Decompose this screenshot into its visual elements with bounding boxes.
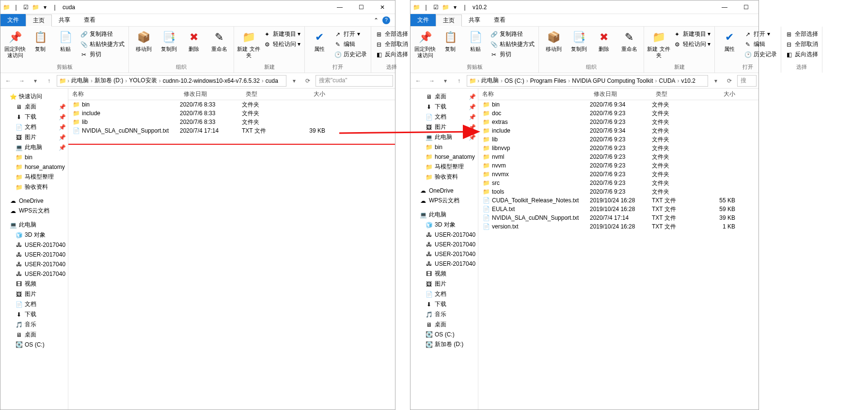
breadcrumb-item[interactable]: 此电脑 <box>70 76 90 85</box>
tree-item[interactable]: 📁马模型整理 <box>0 172 68 182</box>
file-row[interactable]: 📁nvml2020/7/6 9:23文件夹 <box>478 152 758 161</box>
nav-recent-button[interactable]: ▾ <box>440 75 451 87</box>
copy-path-button[interactable]: 🔗复制路径 <box>79 30 126 39</box>
cut-button[interactable]: ✂剪切 <box>79 50 126 59</box>
edit-button[interactable]: ✎编辑 <box>743 40 778 49</box>
pin-quickaccess-button[interactable]: 📌固定到快 速访问 <box>413 28 437 59</box>
copy-button[interactable]: 📋复制 <box>439 28 462 52</box>
col-date[interactable]: 修改日期 <box>180 90 242 98</box>
tab-view[interactable]: 查看 <box>487 14 512 26</box>
tree-item[interactable]: 🖥桌面 <box>410 319 478 330</box>
easy-access-button[interactable]: ⚙轻松访问 ▾ <box>262 40 301 49</box>
file-row[interactable]: 📄CUDA_Toolkit_Release_Notes.txt2019/10/2… <box>478 196 758 205</box>
delete-button[interactable]: ✖删除 <box>592 28 615 52</box>
column-headers[interactable]: 名称 修改日期 类型 大小 <box>478 89 758 100</box>
rename-button[interactable]: ✎重命名 <box>207 28 231 52</box>
tree-item[interactable]: 📁验收资料 <box>410 172 478 182</box>
qat-properties-icon[interactable]: ☑ <box>432 3 440 11</box>
tree-item[interactable]: 🖥桌面📌 <box>0 102 68 112</box>
qat-dropdown-icon[interactable]: ▾ <box>451 3 459 11</box>
tab-home[interactable]: 主页 <box>436 15 462 27</box>
copy-to-button[interactable]: 📑复制到 <box>157 28 180 52</box>
col-type[interactable]: 类型 <box>242 90 290 98</box>
chevron-right-icon[interactable]: › <box>262 77 264 84</box>
invert-selection-button[interactable]: ◧反向选择 <box>784 50 819 59</box>
tab-file[interactable]: 文件 <box>0 14 26 26</box>
tab-home[interactable]: 主页 <box>26 15 52 27</box>
tab-share[interactable]: 共享 <box>52 14 77 26</box>
select-none-button[interactable]: ⊟全部取消 <box>784 40 819 49</box>
breadcrumb-item[interactable]: 新加卷 (D:) <box>94 76 124 85</box>
nav-up-button[interactable]: ↑ <box>453 75 465 87</box>
nav-tree[interactable]: ⭐快速访问🖥桌面📌⬇下载📌📄文档📌🖼图片📌💻此电脑📌📁bin📁horse_ana… <box>0 89 68 410</box>
tab-share[interactable]: 共享 <box>462 14 487 26</box>
tree-item[interactable]: 🖥桌面📌 <box>410 91 478 102</box>
file-row[interactable]: 📁nvvm2020/7/6 9:23文件夹 <box>478 161 758 170</box>
new-item-button[interactable]: ✦新建项目 ▾ <box>672 30 711 39</box>
tree-item[interactable]: 🎞视频 <box>0 279 68 289</box>
tree-item[interactable]: 🎵音乐 <box>410 309 478 319</box>
tree-item[interactable]: 🖥桌面 <box>0 330 68 340</box>
open-button[interactable]: ↗打开 ▾ <box>743 30 778 39</box>
col-name[interactable]: 名称 <box>68 90 180 98</box>
copy-path-button[interactable]: 🔗复制路径 <box>489 30 536 39</box>
properties-button[interactable]: ✔属性 <box>718 28 741 52</box>
nav-recent-button[interactable]: ▾ <box>30 75 41 87</box>
tree-item[interactable]: 🖼图片📌 <box>410 122 478 132</box>
tree-item[interactable]: 📄文档📌 <box>410 112 478 122</box>
file-row[interactable]: 📁include2020/7/6 9:34文件夹 <box>478 126 758 135</box>
file-row[interactable]: 📁lib2020/7/6 8:33文件夹 <box>68 118 395 126</box>
file-row[interactable]: 📁tools2020/7/6 9:23文件夹 <box>478 187 758 196</box>
tree-item[interactable]: 🎵音乐 <box>0 319 68 330</box>
refresh-button[interactable]: ⟳ <box>302 75 314 87</box>
breadcrumb-item[interactable]: cudnn-10.2-windows10-x64-v7.6.5.32 <box>162 77 261 84</box>
file-list[interactable]: 📁bin2020/7/6 8:33文件夹📁include2020/7/6 8:3… <box>68 100 395 410</box>
help-icon[interactable]: ? <box>382 16 390 24</box>
file-row[interactable]: 📁libnvvp2020/7/6 9:23文件夹 <box>478 144 758 152</box>
nav-dropdown-button[interactable]: ▾ <box>710 75 722 87</box>
tree-item[interactable]: 🖧USER-2017040 <box>0 240 68 250</box>
nav-back-button[interactable]: ← <box>412 75 424 87</box>
tree-item[interactable]: 🖧USER-2017040 <box>410 240 478 249</box>
tree-item[interactable]: 💻此电脑📌 <box>410 132 478 142</box>
tree-item[interactable]: ☁OneDrive <box>0 196 68 206</box>
file-row[interactable]: 📁include2020/7/6 8:33文件夹 <box>68 109 395 118</box>
minimize-button[interactable]: — <box>329 0 350 14</box>
move-to-button[interactable]: 📦移动到 <box>132 28 155 52</box>
file-row[interactable]: 📁bin2020/7/6 9:34文件夹 <box>478 100 758 109</box>
chevron-right-icon[interactable]: › <box>159 77 161 84</box>
tree-item[interactable]: ☁WPS云文档 <box>0 206 68 216</box>
tree-item[interactable]: ⬇下载 <box>0 309 68 319</box>
tree-item[interactable]: 📁horse_anatomy <box>0 162 68 172</box>
nav-forward-button[interactable]: → <box>426 75 438 87</box>
search-input[interactable]: 搜索"cuda" <box>316 75 393 87</box>
tree-item[interactable]: 🖼图片📌 <box>0 132 68 142</box>
tree-item[interactable]: ⭐快速访问 <box>0 91 68 102</box>
tree-item[interactable]: 💽OS (C:) <box>410 330 478 339</box>
file-row[interactable]: 📄version.txt2019/10/24 16:28TXT 文件1 KB <box>478 222 758 231</box>
history-button[interactable]: 🕑历史记录 <box>743 50 778 59</box>
tree-item[interactable]: 📁马模型整理 <box>410 162 478 172</box>
paste-button[interactable]: 📄粘贴 <box>54 28 77 52</box>
tree-item[interactable]: 📄文档 <box>410 289 478 299</box>
pin-quickaccess-button[interactable]: 📌固定到快 速访问 <box>3 28 27 59</box>
file-row[interactable]: 📄NVIDIA_SLA_cuDNN_Support.txt2020/7/4 17… <box>478 213 758 222</box>
select-all-button[interactable]: ⊞全部选择 <box>784 30 819 39</box>
open-button[interactable]: ↗打开 ▾ <box>333 30 368 39</box>
file-row[interactable]: 📄NVIDIA_SLA_cuDNN_Support.txt2020/7/4 17… <box>68 126 395 135</box>
tree-item[interactable]: 🖧USER-2017040 <box>0 250 68 259</box>
history-button[interactable]: 🕑历史记录 <box>333 50 368 59</box>
qat-properties-icon[interactable]: ☑ <box>22 3 30 11</box>
search-input[interactable]: 搜 <box>737 75 757 87</box>
tree-item[interactable]: 📄文档 <box>0 299 68 309</box>
tree-item[interactable]: ⬇下载📌 <box>410 102 478 112</box>
chevron-right-icon[interactable]: › <box>91 77 93 84</box>
chevron-right-icon[interactable]: › <box>125 77 127 84</box>
properties-button[interactable]: ✔属性 <box>308 28 331 52</box>
tree-item[interactable]: 💽新加卷 (D:) <box>410 339 478 349</box>
tree-item[interactable]: 📄文档📌 <box>0 122 68 132</box>
tree-item[interactable]: 🖧USER-2017040 <box>410 259 478 269</box>
breadcrumb-item[interactable]: NVIDIA GPU Computing Toolkit <box>571 77 654 84</box>
tree-item[interactable]: 🖼图片 <box>410 279 478 289</box>
col-type[interactable]: 类型 <box>652 90 700 98</box>
